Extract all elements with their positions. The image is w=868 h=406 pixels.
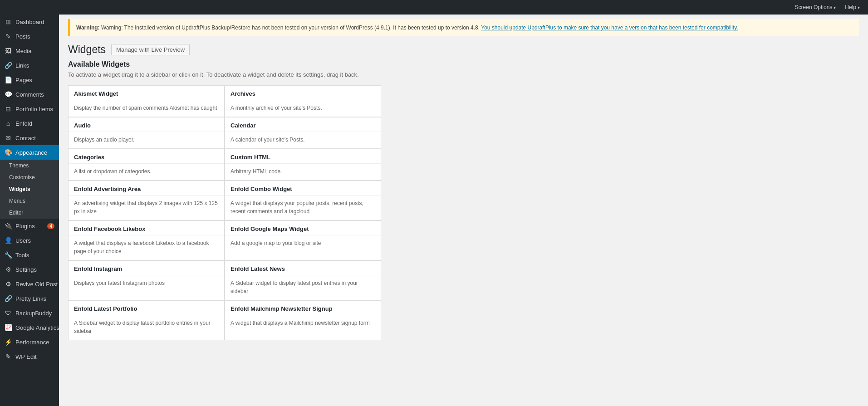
sidebar-item-label: Comments bbox=[15, 91, 44, 98]
help-button[interactable]: Help ▾ bbox=[841, 2, 863, 12]
plugins-badge: 4 bbox=[47, 223, 54, 229]
widget-name[interactable]: Enfold Latest News bbox=[225, 261, 381, 275]
sidebar-item-contact[interactable]: ✉ Contact bbox=[0, 131, 59, 145]
widget-card: CalendarA calendar of your site's Posts. bbox=[225, 117, 381, 149]
sidebar-item-revive-old-post[interactable]: ⚙ Revive Old Post bbox=[0, 277, 59, 291]
google-analytics-icon: 📈 bbox=[5, 324, 12, 331]
widget-desc: A widget that displays a Mailchimp newsl… bbox=[225, 315, 381, 332]
widget-name[interactable]: Archives bbox=[225, 86, 381, 100]
sidebar-item-comments[interactable]: 💬 Comments bbox=[0, 87, 59, 102]
widget-name[interactable]: Categories bbox=[69, 149, 224, 164]
submenu-item-themes[interactable]: Themes bbox=[0, 160, 59, 171]
widget-name[interactable]: Calendar bbox=[225, 117, 381, 132]
screen-options-button[interactable]: Screen Options ▾ bbox=[791, 2, 840, 12]
submenu-themes-label: Themes bbox=[9, 162, 29, 169]
widget-card: Enfold Mailchimp Newsletter SignupA widg… bbox=[225, 300, 381, 340]
widget-desc: An advertising widget that displays 2 im… bbox=[69, 196, 224, 220]
widget-name[interactable]: Custom HTML bbox=[225, 149, 381, 164]
warning-banner: Warning: Warning: The installed version … bbox=[68, 19, 859, 36]
sidebar-item-backupbuddy[interactable]: 🛡 BackupBuddy bbox=[0, 306, 59, 320]
sidebar-item-google-analytics[interactable]: 📈 Google Analytics bbox=[0, 320, 59, 335]
sidebar-item-enfold[interactable]: ⌂ Enfold bbox=[0, 116, 59, 131]
media-icon: 🖼 bbox=[5, 47, 12, 54]
widget-card: Akismet WidgetDisplay the number of spam… bbox=[68, 85, 225, 117]
sidebar-item-label: Plugins bbox=[15, 223, 35, 230]
warning-link[interactable]: You should update UpdraftPlus to make su… bbox=[481, 24, 738, 31]
widget-desc: A list or dropdown of categories. bbox=[69, 164, 224, 180]
sidebar-item-wp-edit[interactable]: ✎ WP Edit bbox=[0, 349, 59, 364]
appearance-icon: 🎨 bbox=[5, 149, 12, 156]
widget-card: Enfold Google Maps WidgetAdd a google ma… bbox=[225, 220, 381, 260]
widget-name[interactable]: Enfold Google Maps Widget bbox=[225, 221, 381, 235]
warning-text: Warning: The installed version of Updraf… bbox=[101, 24, 480, 31]
manage-preview-button[interactable]: Manage with Live Preview bbox=[111, 44, 190, 55]
wp-edit-icon: ✎ bbox=[5, 353, 12, 360]
widget-card: Enfold Combo WidgetA widget that display… bbox=[225, 181, 381, 220]
widget-desc: Add a google map to your blog or site bbox=[225, 235, 381, 252]
tools-icon: 🔧 bbox=[5, 251, 12, 259]
help-label: Help bbox=[845, 4, 856, 10]
widget-card: ArchivesA monthly archive of your site's… bbox=[225, 85, 381, 117]
widget-desc: A calendar of your site's Posts. bbox=[225, 132, 381, 148]
widget-card: Custom HTMLArbitrary HTML code. bbox=[225, 149, 381, 181]
sidebar-item-label: Settings bbox=[15, 266, 37, 273]
widget-card: Enfold Advertising AreaAn advertising wi… bbox=[68, 181, 225, 220]
performance-icon: ⚡ bbox=[5, 338, 12, 346]
sidebar-item-portfolio-items[interactable]: ⊟ Portfolio Items bbox=[0, 102, 59, 116]
sidebar-item-links[interactable]: 🔗 Links bbox=[0, 58, 59, 73]
sidebar-item-users[interactable]: 👤 Users bbox=[0, 233, 59, 248]
comments-icon: 💬 bbox=[5, 91, 12, 98]
sidebar-item-label: Links bbox=[15, 62, 29, 69]
sidebar-item-label: Appearance bbox=[15, 149, 47, 156]
users-icon: 👤 bbox=[5, 237, 12, 244]
widget-name[interactable]: Enfold Combo Widget bbox=[225, 181, 381, 196]
widget-name[interactable]: Enfold Facebook Likebox bbox=[69, 221, 224, 235]
sidebar-item-pages[interactable]: 📄 Pages bbox=[0, 73, 59, 87]
widget-name[interactable]: Enfold Latest Portfolio bbox=[69, 301, 224, 315]
sidebar-item-settings[interactable]: ⚙ Settings bbox=[0, 262, 59, 277]
sidebar-item-label: Revive Old Post bbox=[15, 281, 58, 288]
submenu-widgets-label: Widgets bbox=[9, 186, 30, 192]
sidebar-item-dashboard[interactable]: ⊞ Dashboard bbox=[0, 15, 59, 29]
sidebar-item-plugins[interactable]: 🔌 Plugins 4 bbox=[0, 219, 59, 233]
sidebar-item-posts[interactable]: ✎ Posts bbox=[0, 29, 59, 44]
layout: ⊞ Dashboard ✎ Posts 🖼 Media 🔗 Links 📄 Pa… bbox=[0, 15, 868, 406]
revive-icon: ⚙ bbox=[5, 280, 12, 288]
sidebar-item-label: Enfold bbox=[15, 120, 32, 127]
sidebar-item-tools[interactable]: 🔧 Tools bbox=[0, 248, 59, 262]
sidebar-item-label: Users bbox=[15, 237, 31, 244]
widget-card: Enfold Facebook LikeboxA widget that dis… bbox=[68, 220, 225, 260]
widget-grid: Akismet WidgetDisplay the number of spam… bbox=[68, 85, 381, 340]
widget-name[interactable]: Audio bbox=[69, 117, 224, 132]
widgets-section: Available Widgets To activate a widget d… bbox=[59, 60, 868, 349]
widget-name[interactable]: Akismet Widget bbox=[69, 86, 224, 100]
sidebar-item-label: Pages bbox=[15, 77, 32, 83]
sidebar-item-appearance[interactable]: 🎨 Appearance bbox=[0, 145, 59, 160]
sidebar-item-performance[interactable]: ⚡ Performance bbox=[0, 335, 59, 349]
widget-desc: Arbitrary HTML code. bbox=[225, 164, 381, 180]
widget-card: Enfold InstagramDisplays your latest Ins… bbox=[68, 260, 225, 300]
widget-desc: A widget that displays a facebook Likebo… bbox=[69, 235, 224, 260]
warning-label: Warning: bbox=[76, 24, 100, 31]
submenu-item-editor[interactable]: Editor bbox=[0, 207, 59, 219]
widget-card: Enfold Latest PortfolioA Sidebar widget … bbox=[68, 300, 225, 340]
sidebar-item-label: Contact bbox=[15, 135, 36, 142]
submenu-menus-label: Menus bbox=[9, 198, 25, 204]
widget-desc: Display the number of spam comments Akis… bbox=[69, 100, 224, 117]
widget-name[interactable]: Enfold Advertising Area bbox=[69, 181, 224, 196]
submenu-item-customise[interactable]: Customise bbox=[0, 171, 59, 183]
sidebar-item-media[interactable]: 🖼 Media bbox=[0, 44, 59, 58]
portfolio-icon: ⊟ bbox=[5, 105, 12, 113]
main-content: Warning: Warning: The installed version … bbox=[59, 15, 868, 406]
sidebar-item-pretty-links[interactable]: 🔗 Pretty Links bbox=[0, 291, 59, 306]
available-widgets-desc: To activate a widget drag it to a sideba… bbox=[68, 71, 859, 78]
widget-card: AudioDisplays an audio player. bbox=[68, 117, 225, 149]
help-arrow: ▾ bbox=[858, 5, 860, 10]
sidebar-item-label: Posts bbox=[15, 33, 30, 40]
submenu-item-menus[interactable]: Menus bbox=[0, 195, 59, 207]
widget-desc: A Sidebar widget to display latest post … bbox=[225, 275, 381, 300]
submenu-item-widgets[interactable]: Widgets bbox=[0, 183, 59, 195]
screen-options-label: Screen Options bbox=[795, 4, 833, 10]
widget-name[interactable]: Enfold Instagram bbox=[69, 261, 224, 275]
widget-name[interactable]: Enfold Mailchimp Newsletter Signup bbox=[225, 301, 381, 315]
